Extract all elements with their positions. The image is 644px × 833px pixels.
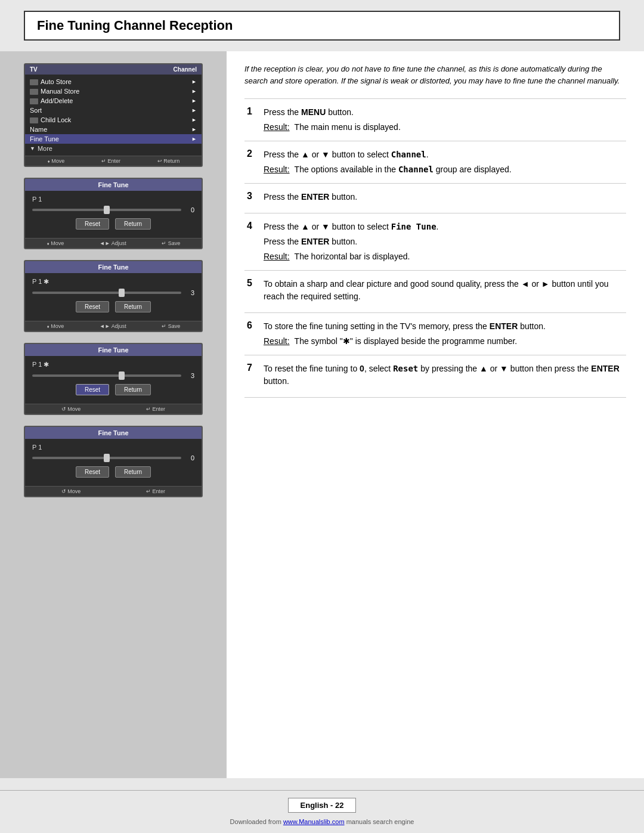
step-num-3: 3 [244,184,261,213]
step-content-1: Press the MENU button. Result: The main … [261,99,626,141]
ft-body-1: P 1 0 Reset Return [25,191,202,238]
ft-return-btn-3[interactable]: Return [115,384,151,395]
ft-program-3: P 1 ✱ [32,361,194,368]
ft-header-4: Fine Tune [25,427,202,439]
ft-footer-move-2: ⬧ Move [47,323,64,329]
step-row-3: 3 Press the ENTER button. [244,184,626,213]
tv-header: TV Channel [25,64,202,75]
step-row-1: 1 Press the MENU button. Result: The mai… [244,99,626,141]
result-text-4: The horizontal bar is displayed. [295,250,410,263]
ft-reset-btn-3[interactable]: Reset [76,384,109,395]
tv-icon-3 [30,98,38,104]
ft-return-btn-4[interactable]: Return [115,466,151,478]
menu-item-child-lock: Child Lock ► [25,115,202,125]
ft-footer-save-1: ↵ Save [162,240,180,246]
bold-enter-7: ENTER [591,364,619,373]
menu-item-sort: Sort ► [25,106,202,115]
ft-slider-track-2 [32,292,181,294]
ft-footer-save-2: ↵ Save [162,323,180,329]
bold-enter-6: ENTER [490,321,518,331]
tv-icon-4 [30,117,38,123]
menu-item-more: ▼ More [25,144,202,153]
arrow-1: ► [191,79,197,85]
ft-footer-adjust-2: ◄► Adjust [100,323,126,329]
footer-website-link[interactable]: www.Manualslib.com [283,818,345,825]
step-content-6: To store the fine tuning setting in the … [261,313,626,355]
ft-footer-enter-3: ↵ Enter [146,406,165,412]
ft-return-btn-1[interactable]: Return [115,218,151,230]
ft-reset-btn-2[interactable]: Reset [76,301,109,312]
ft-footer-move-4: ↺ Move [61,488,81,494]
menu-item-add-delete: Add/Delete ► [25,96,202,106]
footer-page-label: English - 22 [288,798,357,813]
step-num-2: 2 [244,141,261,184]
ft-return-btn-2[interactable]: Return [115,301,151,312]
footer-enter-1: ↵ Enter [101,158,120,164]
ft-slider-row-4: 0 [32,454,194,462]
bold-enter-4: ENTER [301,237,329,246]
tv-body: Auto Store ► Manual Store ► Add/Delete ►… [25,75,202,156]
footer-return-1: ↩ Return [157,158,180,164]
right-panel: If the reception is clear, you do not ha… [227,51,644,778]
menu-item-auto-store: Auto Store ► [25,77,202,86]
tv-icon-2 [30,89,38,95]
result-text-2: The options available in the Channel gro… [295,163,512,176]
ft-buttons-3: Reset Return [32,384,194,395]
result-row-6: Result: The symbol "✱" is displayed besi… [264,335,624,348]
arrow-7: ► [191,136,197,142]
tv-menu-screen: TV Channel Auto Store ► Manual Store ► A… [24,63,203,167]
ft-slider-track-3 [32,374,181,377]
ft-slider-thumb-4 [104,454,110,462]
bold-zero: 0 [360,364,364,373]
tv-footer-1: ⬧ Move ↵ Enter ↩ Return [25,156,202,166]
ft-value-1: 0 [185,206,194,213]
step-row-2: 2 Press the ▲ or ▼ button to select Chan… [244,141,626,184]
arrow-5: ► [191,117,197,123]
ft-value-3: 3 [185,372,194,379]
ft-header-2: Fine Tune [25,261,202,273]
ft-footer-1: ⬧ Move ◄► Adjust ↵ Save [25,238,202,248]
fine-tune-screen-2: Fine Tune P 1 ✱ 3 Reset Return ⬧ [24,260,203,332]
more-label: More [38,145,52,152]
ft-value-4: 0 [185,454,194,462]
bold-reset: Reset [393,364,418,373]
result-text-1: The main menu is displayed. [295,121,401,134]
ft-footer-4: ↺ Move ↵ Enter [25,486,202,496]
ft-value-2: 3 [185,289,194,296]
ft-slider-row-2: 3 [32,289,194,296]
page-container: Fine Tuning Channel Reception TV Channel… [0,0,644,833]
fine-tune-screen-4: Fine Tune P 1 0 Reset Return ↺ M [24,426,203,497]
menu-item-manual-store: Manual Store ► [25,86,202,96]
ft-slider-track-1 [32,209,181,211]
ft-slider-thumb-1 [104,206,110,214]
result-label-2: Result: [264,163,290,176]
ft-slider-row-1: 0 [32,206,194,213]
ft-footer-3: ↺ Move ↵ Enter [25,404,202,414]
step-num-5: 5 [244,271,261,313]
ft-reset-btn-1[interactable]: Reset [76,218,109,230]
page-title: Fine Tuning Channel Reception [37,18,607,33]
result-label-4: Result: [264,250,290,263]
step-num-4: 4 [244,213,261,271]
ft-footer-move-3: ↺ Move [61,406,81,412]
result-label-6: Result: [264,335,290,348]
left-panel: TV Channel Auto Store ► Manual Store ► A… [0,51,227,778]
result-text-6: The symbol "✱" is displayed beside the p… [295,335,518,348]
arrow-2: ► [191,88,197,94]
result-row-2: Result: The options available in the Cha… [264,163,624,176]
ft-footer-move-1: ⬧ Move [47,240,64,246]
step-num-6: 6 [244,313,261,355]
step-row-4: 4 Press the ▲ or ▼ button to select Fine… [244,213,626,271]
footer-download-text: Downloaded from www.Manualslib.com manua… [230,818,414,825]
step-content-2: Press the ▲ or ▼ button to select Channe… [261,141,626,184]
main-content: TV Channel Auto Store ► Manual Store ► A… [0,51,644,778]
ft-body-3: P 1 ✱ 3 Reset Return [25,356,202,404]
ft-program-2: P 1 ✱ [32,278,194,286]
step-num-1: 1 [244,99,261,141]
ft-reset-btn-4[interactable]: Reset [76,466,109,478]
tv-header-left: TV [30,66,38,73]
result-row-4: Result: The horizontal bar is displayed. [264,250,624,263]
bold-menu: MENU [301,107,326,117]
step-row-5: 5 To obtain a sharp and clear picture an… [244,271,626,313]
ft-slider-track-4 [32,457,181,459]
